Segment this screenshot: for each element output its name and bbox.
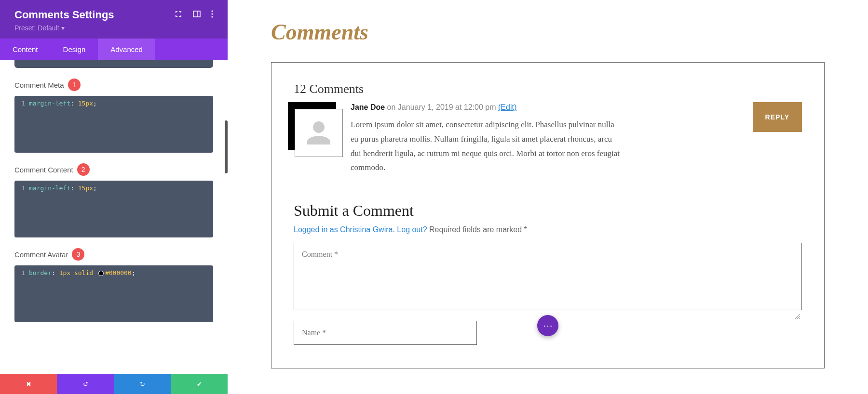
- svg-rect-0: [193, 11, 200, 17]
- settings-sidebar: Comments Settings Preset: Default ▾ Cont…: [0, 0, 228, 394]
- comment-item: Jane Doe on January 1, 2019 at 12:00 pm …: [294, 102, 802, 175]
- comments-count: 12 Comments: [294, 82, 802, 96]
- logged-in-link[interactable]: Logged in as Christina Gwira: [294, 225, 393, 234]
- section-label-comment-meta: Comment Meta 1: [14, 79, 213, 91]
- section-label-comment-content: Comment Content 2: [14, 163, 213, 176]
- css-editor-comment-meta[interactable]: 1 margin-left: 15px;: [14, 96, 213, 153]
- comment-text: Lorem ipsum dolor sit amet, consectetur …: [351, 118, 621, 175]
- save-button[interactable]: ✔: [171, 374, 228, 394]
- comment-textarea[interactable]: [294, 243, 802, 310]
- line-number: 1: [14, 268, 29, 319]
- line-number: 1: [14, 99, 29, 150]
- comment-edit-link[interactable]: (Edit): [498, 103, 516, 111]
- sidebar-header: Comments Settings Preset: Default ▾: [0, 0, 228, 39]
- collapsed-section[interactable]: [14, 60, 213, 68]
- redo-icon: ↻: [140, 381, 145, 388]
- sidebar-title: Comments Settings: [14, 9, 114, 21]
- submit-heading: Submit a Comment: [294, 202, 802, 220]
- avatar: [295, 109, 343, 157]
- svg-point-3: [211, 13, 213, 14]
- code-line[interactable]: border: 1px solid #000000;: [29, 268, 213, 319]
- tab-advanced[interactable]: Advanced: [98, 39, 155, 60]
- resize-handle-icon[interactable]: [795, 314, 800, 319]
- code-line[interactable]: margin-left: 15px;: [29, 184, 213, 235]
- comment-meta: Jane Doe on January 1, 2019 at 12:00 pm …: [351, 103, 802, 112]
- css-editor-comment-avatar[interactable]: 1 border: 1px solid #000000;: [14, 265, 213, 322]
- logout-link[interactable]: Log out?: [397, 225, 427, 234]
- sidebar-footer: ✖ ↺ ↻ ✔: [0, 374, 228, 394]
- user-icon: [301, 116, 336, 150]
- css-editor-comment-content[interactable]: 1 margin-left: 15px;: [14, 181, 213, 237]
- comment-author: Jane Doe: [351, 103, 385, 111]
- expand-icon[interactable]: [175, 10, 182, 20]
- svg-point-2: [211, 10, 213, 12]
- sidebar-body: Comment Meta 1 1 margin-left: 15px; Comm…: [0, 60, 228, 374]
- panel-icon[interactable]: [193, 10, 201, 20]
- preview-pane: Comments 12 Comments Jane Doe on January…: [228, 0, 868, 394]
- annotation-badge-2: 2: [77, 163, 90, 176]
- tab-content[interactable]: Content: [0, 39, 51, 60]
- avatar-wrapper: [294, 102, 342, 155]
- submit-meta: Logged in as Christina Gwira. Log out? R…: [294, 225, 802, 234]
- required-note: Required fields are marked *: [429, 225, 527, 234]
- preset-selector[interactable]: Preset: Default ▾: [14, 24, 213, 32]
- close-button[interactable]: ✖: [0, 374, 57, 394]
- redo-button[interactable]: ↻: [114, 374, 171, 394]
- dots-horizontal-icon: ⋯: [543, 320, 553, 331]
- annotation-badge-3: 3: [72, 248, 84, 261]
- reply-button[interactable]: REPLY: [753, 102, 802, 132]
- svg-point-4: [211, 16, 213, 17]
- name-input[interactable]: [294, 321, 477, 345]
- section-label-comment-avatar: Comment Avatar 3: [14, 248, 213, 261]
- close-icon: ✖: [26, 381, 31, 388]
- comments-heading: Comments: [271, 19, 825, 45]
- fab-more-button[interactable]: ⋯: [537, 315, 558, 336]
- comment-date: on January 1, 2019 at 12:00 pm: [387, 103, 496, 111]
- line-number: 1: [14, 184, 29, 235]
- undo-icon: ↺: [83, 381, 88, 388]
- check-icon: ✔: [197, 381, 202, 388]
- comments-container: 12 Comments Jane Doe on January 1, 2019 …: [271, 62, 825, 368]
- undo-button[interactable]: ↺: [57, 374, 114, 394]
- more-icon[interactable]: [211, 10, 213, 20]
- tab-design[interactable]: Design: [51, 39, 98, 60]
- annotation-badge-1: 1: [68, 79, 81, 91]
- chevron-down-icon: ▾: [61, 24, 65, 32]
- sidebar-tabs: Content Design Advanced: [0, 39, 228, 60]
- code-line[interactable]: margin-left: 15px;: [29, 99, 213, 150]
